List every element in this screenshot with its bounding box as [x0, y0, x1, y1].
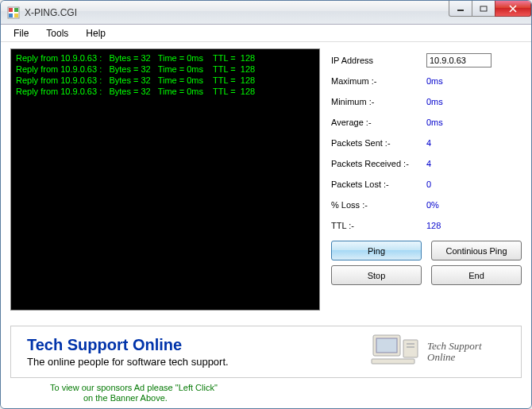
stat-label: TTL :-: [331, 221, 426, 230]
minimize-button[interactable]: [449, 1, 472, 17]
sponsor-banner[interactable]: Tech Support Online The online people fo…: [10, 326, 522, 378]
stat-label: % Loss :-: [331, 200, 426, 210]
stat-row: Maximum :-0ms: [331, 71, 522, 91]
menu-help[interactable]: Help: [78, 26, 114, 41]
svg-rect-3: [9, 14, 13, 17]
stat-value: 0ms: [426, 118, 443, 127]
banner-image: Tech SupportOnline: [370, 330, 505, 374]
stop-button[interactable]: Stop: [331, 265, 422, 285]
stat-row: Minimum :-0ms: [331, 91, 522, 112]
close-button[interactable]: [495, 1, 531, 17]
end-button[interactable]: End: [431, 265, 522, 285]
stat-value: 0: [426, 179, 431, 189]
titlebar: X-PING.CGI: [1, 1, 531, 25]
maximize-button[interactable]: [472, 1, 495, 17]
app-icon: [7, 6, 20, 19]
menu-tools[interactable]: Tools: [38, 26, 76, 41]
banner-title: Tech Support Online: [27, 336, 354, 354]
svg-rect-11: [407, 343, 414, 345]
stat-row: Packets Received :-4: [331, 153, 522, 174]
stats-panel: IP Address Maximum :-0msMinimum :-0msAve…: [331, 48, 522, 314]
stat-label: Packets Lost :-: [331, 179, 426, 189]
menubar: File Tools Help: [1, 25, 531, 42]
continuous-ping-button[interactable]: Continious Ping: [431, 241, 522, 260]
ping-console: Reply from 10.9.0.63 : Bytes = 32 Time =…: [10, 48, 320, 311]
svg-rect-1: [9, 8, 13, 12]
banner-subtitle: The online people for software tech supp…: [27, 356, 354, 368]
svg-rect-5: [457, 10, 464, 11]
ip-address-input[interactable]: [426, 53, 492, 68]
ip-address-label: IP Address: [331, 56, 426, 65]
window-title: X-PING.CGI: [25, 7, 77, 18]
stat-value: 0ms: [426, 76, 443, 86]
svg-rect-8: [376, 338, 397, 353]
stat-label: Packets Sent :-: [331, 138, 426, 148]
menu-file[interactable]: File: [6, 26, 37, 41]
stat-label: Packets Received :-: [331, 159, 426, 168]
sponsor-hint: To view our sponsors Ad please "Left Cli…: [10, 383, 522, 403]
computer-icon: [370, 332, 421, 372]
stat-value: 0ms: [426, 97, 443, 106]
stat-label: Minimum :-: [331, 97, 426, 106]
ip-address-row: IP Address: [331, 50, 522, 71]
client-area: Reply from 10.9.0.63 : Bytes = 32 Time =…: [1, 42, 531, 408]
stat-value: 4: [426, 138, 431, 148]
stat-row: Packets Sent :-4: [331, 133, 522, 153]
banner-text: Tech Support Online The online people fo…: [27, 336, 354, 368]
stat-label: Maximum :-: [331, 76, 426, 86]
svg-rect-12: [407, 346, 414, 348]
svg-rect-10: [403, 340, 418, 357]
app-window: X-PING.CGI File Tools Help Reply from 10…: [0, 0, 532, 409]
svg-rect-6: [480, 6, 487, 11]
window-controls: [449, 1, 531, 17]
sponsor-hint-line2: on the Banner Above.: [50, 393, 522, 403]
stat-value: 128: [426, 221, 441, 230]
sponsor-hint-line1: To view our sponsors Ad please "Left Cli…: [50, 383, 522, 393]
stat-row: % Loss :-0%: [331, 195, 522, 215]
ping-button[interactable]: Ping: [331, 241, 422, 260]
stat-row: Average :-0ms: [331, 112, 522, 133]
stat-row: Packets Lost :-0: [331, 174, 522, 195]
svg-rect-9: [372, 359, 414, 364]
svg-rect-4: [14, 14, 18, 17]
svg-rect-2: [14, 8, 18, 12]
stat-value: 0%: [426, 200, 439, 210]
stat-value: 4: [426, 159, 431, 168]
banner-script-text: Tech SupportOnline: [427, 341, 482, 363]
stat-label: Average :-: [331, 118, 426, 127]
stat-row: TTL :-128: [331, 215, 522, 236]
